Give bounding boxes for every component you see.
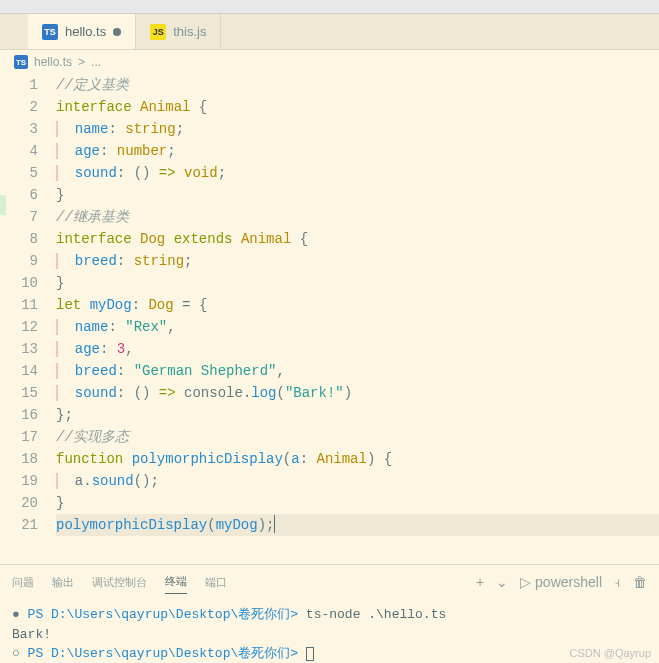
terminal-cursor bbox=[306, 647, 314, 661]
code-line[interactable]: sound: () => void; bbox=[56, 162, 659, 184]
code-line[interactable]: } bbox=[56, 492, 659, 514]
terminal-line: Bark! bbox=[12, 625, 647, 645]
chevron-down-icon[interactable]: ⌄ bbox=[496, 574, 508, 590]
code-line[interactable]: let myDog: Dog = { bbox=[56, 294, 659, 316]
line-number: 14 bbox=[0, 360, 38, 382]
code-line[interactable]: name: string; bbox=[56, 118, 659, 140]
watermark: CSDN @Qayrup bbox=[570, 647, 651, 659]
shell-icon[interactable]: ▷ powershell bbox=[520, 574, 602, 590]
editor[interactable]: 123456789101112131415161718192021 //定义基类… bbox=[0, 74, 659, 564]
code-line[interactable]: } bbox=[56, 272, 659, 294]
plus-icon[interactable]: + bbox=[476, 574, 484, 590]
sidebar-marker bbox=[0, 195, 6, 215]
trash-icon[interactable]: 🗑 bbox=[633, 574, 647, 590]
bottom-panel: 问题输出调试控制台终端端口+⌄▷ powershell⫞🗑 ● PS D:\Us… bbox=[0, 564, 659, 663]
tab-label: this.js bbox=[173, 24, 206, 39]
code-line[interactable]: age: number; bbox=[56, 140, 659, 162]
terminal-line: ● PS D:\Users\qayrup\Desktop\卷死你们> ts-no… bbox=[12, 605, 647, 625]
code-line[interactable]: function polymorphicDisplay(a: Animal) { bbox=[56, 448, 659, 470]
terminal-line: ○ PS D:\Users\qayrup\Desktop\卷死你们> bbox=[12, 644, 647, 663]
js-icon: JS bbox=[150, 24, 166, 40]
line-number: 1 bbox=[0, 74, 38, 96]
terminal-content[interactable]: ● PS D:\Users\qayrup\Desktop\卷死你们> ts-no… bbox=[0, 599, 659, 663]
panel-tab-调试控制台[interactable]: 调试控制台 bbox=[92, 571, 147, 594]
line-number: 4 bbox=[0, 140, 38, 162]
line-gutter: 123456789101112131415161718192021 bbox=[0, 74, 56, 564]
line-number: 19 bbox=[0, 470, 38, 492]
line-number: 21 bbox=[0, 514, 38, 536]
line-number: 15 bbox=[0, 382, 38, 404]
modified-dot-icon bbox=[113, 28, 121, 36]
panel-tabs: 问题输出调试控制台终端端口+⌄▷ powershell⫞🗑 bbox=[0, 565, 659, 599]
code-line[interactable]: } bbox=[56, 184, 659, 206]
code-line[interactable]: age: 3, bbox=[56, 338, 659, 360]
code-line[interactable]: interface Dog extends Animal { bbox=[56, 228, 659, 250]
line-number: 16 bbox=[0, 404, 38, 426]
code-line[interactable]: breed: "German Shepherd", bbox=[56, 360, 659, 382]
tab-this-js[interactable]: JSthis.js bbox=[136, 14, 221, 49]
breadcrumb-file: hello.ts bbox=[34, 55, 72, 69]
breadcrumb-more: ... bbox=[91, 55, 101, 69]
code-line[interactable]: //继承基类 bbox=[56, 206, 659, 228]
code-area[interactable]: //定义基类interface Animal { name: string; a… bbox=[56, 74, 659, 564]
ts-icon: TS bbox=[14, 55, 28, 69]
breadcrumb[interactable]: TS hello.ts > ... bbox=[0, 50, 659, 74]
ts-icon: TS bbox=[42, 24, 58, 40]
line-number: 17 bbox=[0, 426, 38, 448]
panel-tab-终端[interactable]: 终端 bbox=[165, 570, 187, 594]
text-cursor bbox=[274, 515, 275, 533]
code-line[interactable]: sound: () => console.log("Bark!") bbox=[56, 382, 659, 404]
split-icon[interactable]: ⫞ bbox=[614, 574, 621, 590]
panel-tab-问题[interactable]: 问题 bbox=[12, 571, 34, 594]
line-number: 8 bbox=[0, 228, 38, 250]
panel-tab-端口[interactable]: 端口 bbox=[205, 571, 227, 594]
line-number: 5 bbox=[0, 162, 38, 184]
tab-hello-ts[interactable]: TShello.ts bbox=[28, 14, 136, 49]
code-line[interactable]: }; bbox=[56, 404, 659, 426]
line-number: 13 bbox=[0, 338, 38, 360]
line-number: 10 bbox=[0, 272, 38, 294]
code-line[interactable]: a.sound(); bbox=[56, 470, 659, 492]
line-number: 12 bbox=[0, 316, 38, 338]
tabs-gutter bbox=[0, 14, 28, 49]
editor-tabs: TShello.tsJSthis.js bbox=[0, 14, 659, 50]
line-number: 18 bbox=[0, 448, 38, 470]
code-line[interactable]: interface Animal { bbox=[56, 96, 659, 118]
code-line[interactable]: //定义基类 bbox=[56, 74, 659, 96]
code-line[interactable]: name: "Rex", bbox=[56, 316, 659, 338]
line-number: 20 bbox=[0, 492, 38, 514]
code-line[interactable]: breed: string; bbox=[56, 250, 659, 272]
code-line[interactable]: //实现多态 bbox=[56, 426, 659, 448]
line-number: 11 bbox=[0, 294, 38, 316]
code-line[interactable]: polymorphicDisplay(myDog); bbox=[56, 514, 659, 536]
tab-label: hello.ts bbox=[65, 24, 106, 39]
line-number: 9 bbox=[0, 250, 38, 272]
line-number: 2 bbox=[0, 96, 38, 118]
panel-tab-输出[interactable]: 输出 bbox=[52, 571, 74, 594]
line-number: 3 bbox=[0, 118, 38, 140]
chevron-right-icon: > bbox=[78, 55, 85, 69]
title-bar bbox=[0, 0, 659, 14]
